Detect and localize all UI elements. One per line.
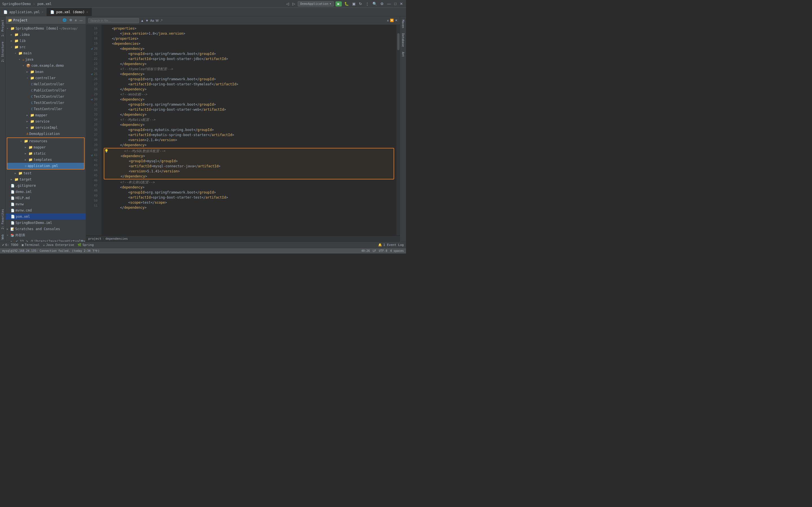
- forward-button[interactable]: ▷: [292, 1, 296, 6]
- search-up-button[interactable]: ▲: [141, 19, 144, 22]
- tree-item-package[interactable]: ▾ 📦 com.example.demo: [6, 62, 86, 69]
- coverage-button[interactable]: ▣: [351, 1, 356, 6]
- sidebar-tab-favorites[interactable]: 2: Favorites: [1, 207, 5, 231]
- tree-item-static[interactable]: ▶ 📁 static: [7, 151, 84, 157]
- search-match-case-button[interactable]: Aa: [150, 19, 154, 22]
- code-editor[interactable]: 16 17 18 19 ↺20 21 22 23 24 ↺25 26 27 28…: [86, 25, 400, 235]
- scrollbar-thumb[interactable]: [397, 33, 400, 50]
- tree-item-hello-ctrl[interactable]: C HelloController: [6, 81, 86, 87]
- filter-button[interactable]: 🔽: [390, 18, 394, 22]
- minimize-button[interactable]: —: [386, 1, 392, 6]
- debug-button[interactable]: 🐛: [343, 1, 350, 6]
- spring-tab[interactable]: 🌿 Spring: [78, 243, 94, 247]
- tab-pom-xml[interactable]: 📄 pom.xml (demo) ✕: [47, 8, 92, 16]
- tab-close-pom[interactable]: ✕: [87, 10, 88, 13]
- tree-item-main[interactable]: ▾ 📁 main: [6, 50, 86, 56]
- tree-item-test3-ctrl[interactable]: C Test3Controller: [6, 100, 86, 106]
- tree-item-templates[interactable]: ▶ 📁 templates: [7, 157, 84, 163]
- tab-close-yaml[interactable]: ✕: [42, 10, 43, 13]
- maximize-button[interactable]: □: [393, 1, 397, 6]
- tree-item-service-impl[interactable]: ▶ 📁 serviceImpl: [6, 124, 86, 131]
- tree-item-mvnw-cmd[interactable]: 📄 mvnw.cmd: [6, 207, 86, 214]
- indent[interactable]: 4 spaces: [390, 249, 404, 252]
- fold-button[interactable]: ≡: [387, 18, 389, 22]
- sidebar-tab-project[interactable]: 1: Project: [1, 17, 5, 39]
- tree-item-bean[interactable]: ▶ 📁 bean: [6, 69, 86, 75]
- arrow-icon: ▶: [27, 126, 29, 129]
- tree-item-demo-app[interactable]: A DemoApplication: [6, 131, 86, 137]
- todo-tab[interactable]: ✔ 6: TODO: [2, 243, 18, 247]
- tree-item-demo-iml[interactable]: 📄 demo.iml: [6, 189, 86, 195]
- breadcrumb-project[interactable]: project: [88, 237, 101, 240]
- search-everywhere-button[interactable]: 🔍: [371, 1, 378, 6]
- file-icon: 📄: [11, 209, 15, 212]
- line-ending[interactable]: LF: [373, 249, 376, 252]
- settings-button[interactable]: ⚙: [379, 1, 385, 6]
- tree-label: target: [19, 177, 32, 181]
- tree-item-root[interactable]: ▾ 📁 SpringBootDemo [demo] ~/Desktop/: [6, 25, 86, 32]
- code-line-32: <artifactId>spring-boot-starter-web</art…: [104, 107, 396, 112]
- tree-item-test2-ctrl[interactable]: C Test2Controller: [6, 94, 86, 100]
- tree-item-springboot-iml[interactable]: 📄 SpringBootDemo.iml: [6, 220, 86, 226]
- tree-item-service[interactable]: ▶ 📁 service: [6, 118, 86, 124]
- terminal-label: Terminal: [25, 243, 40, 247]
- tree-item-resources[interactable]: ▾ 📁 resources: [7, 138, 84, 144]
- jdk-icon: ☕: [13, 240, 15, 242]
- breadcrumb-dependencies[interactable]: dependencies: [105, 237, 128, 240]
- search-down-button[interactable]: ▼: [146, 19, 149, 22]
- caret-position[interactable]: 40:26: [361, 249, 370, 252]
- reload-button[interactable]: ↻: [358, 1, 363, 6]
- java-enterprise-tab[interactable]: ☕ Java Enterprise: [43, 243, 74, 247]
- code-content[interactable]: <properties> <java.version>1.8</java.ver…: [101, 25, 396, 235]
- tree-item-src[interactable]: ▾ 📁 src: [6, 44, 86, 50]
- tree-item-controller[interactable]: ▾ 📁 controller: [6, 75, 86, 81]
- tree-item-java[interactable]: ▾ ☕ java: [6, 56, 86, 62]
- sidebar-tab-ant[interactable]: Ant: [401, 50, 405, 59]
- tree-item-mapper-res[interactable]: ▶ 📁 mapper: [7, 144, 84, 151]
- line-num-42: 42: [86, 158, 99, 163]
- sidebar-tab-structure[interactable]: 2: Structure: [1, 40, 5, 64]
- tree-item-mvnw[interactable]: 📄 mvnw: [6, 201, 86, 207]
- tree-item-public-ctrl[interactable]: C PublicController: [6, 87, 86, 94]
- project-sort-btn[interactable]: ≡: [74, 18, 78, 22]
- tree-item-scratches[interactable]: ▶ 📝 Scratches and Consoles: [6, 226, 86, 232]
- run-button[interactable]: ▶: [336, 1, 342, 6]
- tree-item-idea[interactable]: ▶ 📁 .idea: [6, 32, 86, 38]
- tree-item-gitignore[interactable]: 📄 .gitignore: [6, 182, 86, 189]
- tree-item-pom-xml[interactable]: 📄 pom.xml: [6, 214, 86, 220]
- search-regex-button[interactable]: .*: [160, 19, 162, 22]
- project-globe-btn[interactable]: 🌐: [62, 18, 67, 22]
- back-button[interactable]: ◁: [285, 1, 290, 6]
- run-config-dropdown[interactable]: DemoApplication ▾: [298, 1, 334, 6]
- tree-item-test-ctrl[interactable]: C TestController: [6, 106, 86, 112]
- code-line-19: <dependencies>: [104, 41, 396, 46]
- line-num-33: 33: [86, 112, 99, 117]
- app-icon: A: [27, 132, 29, 136]
- project-cog-btn[interactable]: ⚙: [68, 18, 73, 22]
- encoding[interactable]: UTF-8: [379, 249, 388, 252]
- line-num-35: 35: [86, 122, 99, 127]
- sidebar-tab-database[interactable]: Database: [401, 31, 405, 49]
- arrow-icon: ▶: [11, 178, 13, 181]
- tree-item-test[interactable]: ▶ 📁 test: [6, 170, 86, 176]
- sidebar-tab-maven[interactable]: Maven: [401, 17, 405, 31]
- tree-label: lib: [19, 39, 26, 43]
- more-button[interactable]: ⋮: [364, 1, 370, 6]
- search-whole-word-button[interactable]: W: [156, 19, 158, 22]
- vertical-scrollbar[interactable]: [396, 25, 400, 235]
- close-button[interactable]: ✕: [399, 1, 404, 6]
- tab-application-yaml[interactable]: 📄 application.yml ✕: [0, 8, 47, 16]
- terminal-tab[interactable]: ▣ Terminal: [22, 243, 40, 247]
- tree-item-help-md[interactable]: 📄 HELP.md: [6, 195, 86, 201]
- search-input[interactable]: [88, 18, 139, 23]
- event-log-btn[interactable]: 🔔 1 Event Log: [378, 243, 404, 247]
- tree-item-jdk[interactable]: ▶ ☕ < 11 > /Library/Java/JavaVirtualMa..…: [6, 238, 86, 242]
- tree-item-mapper[interactable]: ▶ 📁 mapper: [6, 112, 86, 118]
- tree-item-target[interactable]: ▶ 📁 target: [6, 176, 86, 182]
- tree-item-external-libs[interactable]: ▾ 📚 外部库: [6, 232, 86, 238]
- sidebar-tab-web[interactable]: Web: [1, 232, 5, 242]
- tree-item-lib[interactable]: ▶ 📁 lib: [6, 38, 86, 44]
- close-search-button[interactable]: ✕: [395, 18, 398, 22]
- project-minimize-btn[interactable]: —: [79, 18, 84, 22]
- tree-item-application-yml[interactable]: ⚙ application.yml: [7, 163, 84, 169]
